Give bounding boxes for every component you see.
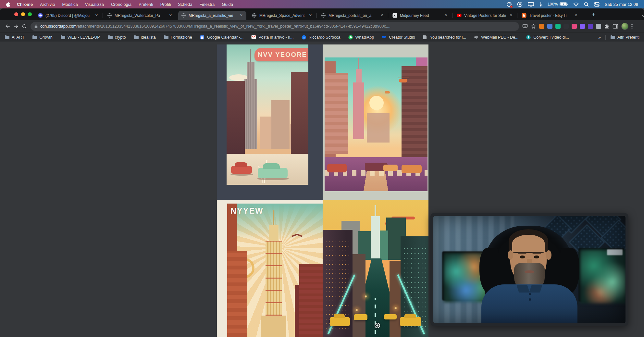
circle	[631, 26, 632, 27]
extension-blue-icon[interactable]	[547, 24, 552, 29]
fullscreen-window-button[interactable]	[28, 12, 32, 16]
stop-record-icon[interactable]	[517, 2, 523, 7]
extension-gray-icon[interactable]	[596, 24, 601, 29]
extension-purple-icon[interactable]	[580, 24, 585, 29]
extension-metamask-icon[interactable]	[539, 24, 544, 29]
bookmark-creator-studio[interactable]: Creator Studio	[382, 35, 415, 40]
extensions-puzzle-icon[interactable]	[604, 24, 610, 29]
tab-mrregista-a-realistic-vie[interactable]: MRregista_a_realistic_vie✕	[178, 11, 246, 20]
tab-search-button[interactable]	[642, 13, 644, 19]
bookmark-ai-art[interactable]: AI ART	[5, 35, 24, 40]
tab-close-icon[interactable]: ✕	[239, 13, 243, 18]
menu-archivio[interactable]: Archivio	[40, 2, 55, 7]
ellipse	[39, 14, 42, 16]
extension-green-icon[interactable]	[555, 24, 561, 29]
menu-guida[interactable]: Guida	[222, 2, 233, 7]
tab-close-icon[interactable]: ✕	[574, 13, 578, 18]
tab-2765-discord-midjou[interactable]: (2765) Discord | @Midjou✕	[35, 11, 102, 20]
bookmark-whatsapp[interactable]: WhatsApp	[348, 35, 374, 40]
bookmark-growth[interactable]: Growth	[32, 35, 52, 40]
folder-icon	[108, 35, 113, 40]
extension-violet-icon[interactable]	[588, 24, 593, 29]
tab-mrregista-portrait-on-a[interactable]: MRregista_portrait_on_a✕	[318, 11, 387, 20]
path	[605, 24, 609, 28]
tab-travel-poster-etsy-it[interactable]: ETravel poster - Etsy IT✕	[519, 11, 581, 20]
menu-visualizza[interactable]: Visualizza	[85, 2, 104, 7]
bookmark-you-searched-for-i[interactable]: You searched for I...	[423, 35, 466, 40]
reload-button[interactable]	[20, 22, 29, 31]
other-bookmarks-folder[interactable]: Altri Preferiti	[610, 35, 639, 40]
lock-icon[interactable]	[34, 24, 38, 29]
back-button[interactable]	[3, 22, 12, 31]
path	[509, 3, 510, 4]
menu-chrome[interactable]: Chrome	[17, 2, 33, 7]
battery-status[interactable]: 100%	[548, 2, 568, 6]
control-center-icon[interactable]	[594, 2, 600, 7]
menu-scheda[interactable]: Scheda	[178, 2, 192, 7]
extension-dark-icon[interactable]	[564, 24, 569, 29]
tab-mrregista-watercolor-pa[interactable]: MRregista_Watercolor_Pa✕	[104, 11, 176, 20]
profile-avatar[interactable]	[621, 23, 628, 30]
tab-vintage-posters-for-sale[interactable]: Vintage Posters for Sale |✕	[454, 11, 516, 20]
close-window-button[interactable]	[14, 12, 18, 16]
menu-finestra[interactable]: Finestra	[199, 2, 215, 7]
path	[574, 3, 578, 5]
tab-close-icon[interactable]: ✕	[308, 13, 313, 18]
menu-cronologia[interactable]: Cronologia	[111, 2, 131, 7]
tab-mrregista-space-advent[interactable]: MRregista_Space_Advent✕	[249, 11, 316, 20]
esb-spire	[250, 49, 251, 62]
screen-recording-status-icon[interactable]	[506, 2, 512, 7]
menu-preferiti[interactable]: Preferiti	[139, 2, 153, 7]
esb4	[371, 216, 380, 258]
circle	[40, 15, 40, 16]
midjourney-grid-image[interactable]: NVV YEOORE	[217, 44, 428, 337]
side-panel-icon[interactable]	[613, 24, 618, 29]
esb2-spire	[358, 58, 359, 69]
menu-profili[interactable]: Profili	[160, 2, 171, 7]
menubar-menus: ChromeArchivioModificaVisualizzaCronolog…	[17, 2, 233, 7]
tab-close-icon[interactable]: ✕	[168, 13, 173, 18]
tab-close-icon[interactable]: ✕	[509, 13, 513, 18]
bookmark-web-level-up[interactable]: WEB - LEVEL-UP	[60, 35, 100, 40]
new-tab-button[interactable]: +	[592, 11, 596, 18]
bookmark-webmail-pec-de[interactable]: WebMail PEC - De...	[474, 35, 518, 40]
svg	[522, 24, 528, 29]
facebook-icon: f	[302, 35, 306, 40]
menubar-clock[interactable]: Sab 25 mar 12:08	[605, 2, 638, 7]
bookmark-posta-in-arrivo-ri[interactable]: Posta in arrivo - ri...	[251, 35, 293, 40]
path	[567, 4, 568, 5]
bookmark-riccardo-scrocca[interactable]: fRiccardo Scrocca	[302, 35, 341, 40]
bookmark-formazione[interactable]: Formazione	[164, 35, 192, 40]
bookmark-converti-i-video-di[interactable]: Converti i video di...	[526, 35, 569, 40]
globe-favicon	[107, 13, 112, 18]
bookmark-google-calendar[interactable]: 31Google Calendar -...	[200, 35, 244, 40]
address-bar[interactable]: cdn.discordapp.com/attachments/101351233…	[31, 22, 519, 31]
tab-close-icon[interactable]: ✕	[444, 13, 448, 18]
bookmark-crypto[interactable]: crypto	[108, 35, 126, 40]
tab-close-icon[interactable]: ✕	[94, 13, 99, 18]
bookmarks-overflow-chevron[interactable]: »	[598, 35, 601, 40]
bookmark-idealista[interactable]: idealista	[134, 35, 156, 40]
tab-close-icon[interactable]: ✕	[380, 13, 384, 18]
tab-midjourney-feed[interactable]: Midjourney Feed✕	[390, 11, 451, 20]
svg	[531, 24, 536, 29]
browser-toolbar: cdn.discordapp.com/attachments/101351233…	[0, 20, 644, 32]
path	[32, 35, 37, 39]
toolbar-right-icons	[522, 23, 633, 30]
bookmark-star-icon[interactable]	[531, 24, 536, 29]
apple-icon[interactable]	[6, 2, 10, 7]
url-path: /attachments/1013512335442333816/1089142…	[77, 24, 390, 29]
svg: 31	[200, 35, 204, 40]
minimize-window-button[interactable]	[21, 12, 25, 16]
menu-modifica[interactable]: Modifica	[62, 2, 78, 7]
bookmark-label: Posta in arrivo - ri...	[258, 35, 293, 40]
svg	[423, 35, 427, 40]
install-icon[interactable]	[522, 24, 528, 29]
extension-pink-icon[interactable]	[572, 24, 577, 29]
bluetooth-icon[interactable]	[539, 2, 542, 7]
spotlight-icon[interactable]	[584, 2, 589, 7]
forward-button[interactable]	[12, 22, 20, 31]
chrome-menu-kebab-icon[interactable]	[631, 24, 633, 29]
display-icon[interactable]	[528, 2, 534, 7]
wifi-icon[interactable]	[573, 2, 579, 6]
